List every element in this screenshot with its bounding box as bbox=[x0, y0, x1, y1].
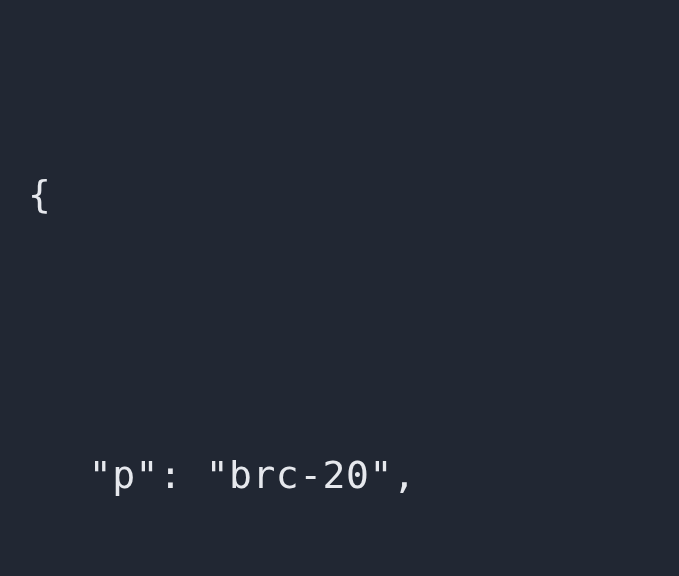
json-value: brc-20 bbox=[229, 453, 369, 497]
json-code-block: { "p": "brc-20", "op": "deploy", "tick":… bbox=[0, 0, 679, 576]
json-pair: "p": "brc-20", bbox=[28, 440, 679, 510]
json-key: p bbox=[112, 453, 135, 497]
brace-open: { bbox=[28, 159, 679, 229]
comma: , bbox=[393, 453, 416, 497]
